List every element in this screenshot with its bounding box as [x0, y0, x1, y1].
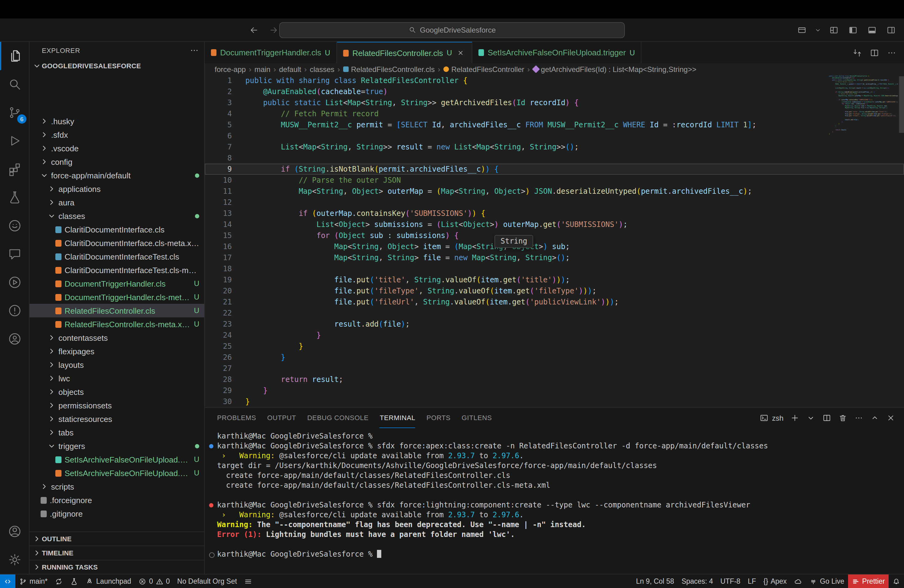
code-line[interactable]: 7 List<Map<String, String>> result = new…: [205, 141, 904, 153]
status-eol[interactable]: LF: [744, 574, 760, 588]
tree-item[interactable]: .vscode: [30, 141, 204, 155]
toggle-primary-sidebar-icon[interactable]: [846, 23, 860, 36]
activity-testing-button[interactable]: [0, 183, 30, 212]
status-go-live[interactable]: Go Live: [806, 574, 848, 588]
activity-replay-debugger-button[interactable]: [0, 268, 30, 296]
status-remote-indicator[interactable]: [0, 574, 15, 588]
breadcrumb-item[interactable]: getArchivedFiles(Id) : List<Map<String,S…: [533, 65, 697, 74]
terminal[interactable]: karthik@Mac GoogleDriveSalesforce %karth…: [205, 428, 904, 574]
tree-item[interactable]: .husky: [30, 114, 204, 128]
tree-item[interactable]: classes: [30, 209, 204, 223]
code-line[interactable]: 17 Map<String, String> file = new Map<St…: [205, 252, 904, 263]
panel-tab-problems[interactable]: PROBLEMS: [217, 408, 256, 428]
code-line[interactable]: 14 List<Object> submissions = (List<Obje…: [205, 219, 904, 230]
panel-tab-output[interactable]: OUTPUT: [267, 408, 296, 428]
code-line[interactable]: 13 if (outerMap.containsKey('SUBMISSIONS…: [205, 208, 904, 219]
close-panel-button[interactable]: [886, 413, 895, 422]
code-line[interactable]: 20 file.put('fileType', String.valueOf(i…: [205, 285, 904, 296]
code-line[interactable]: 6: [205, 130, 904, 141]
tree-item[interactable]: ClaritiDocumentInterface.cls-meta.xml: [30, 236, 204, 250]
status-problems[interactable]: 00: [135, 574, 174, 588]
tab[interactable]: DocumentTriggerHandler.clsU: [205, 42, 337, 63]
command-decoration-icon[interactable]: [209, 552, 215, 558]
tree-item[interactable]: .gitignore: [30, 507, 204, 520]
status-apex-tests[interactable]: [67, 574, 82, 588]
close-icon[interactable]: [456, 48, 466, 58]
tree-item[interactable]: DocumentTriggerHandler.clsU: [30, 277, 204, 290]
status-default-org[interactable]: No Default Org Set: [174, 574, 240, 588]
toggle-secondary-sidebar-icon[interactable]: [884, 23, 898, 36]
code-line[interactable]: 25 }: [205, 341, 904, 352]
activity-settings-button[interactable]: [0, 545, 30, 574]
activity-einstein-button[interactable]: [0, 212, 30, 240]
code-line[interactable]: 30}: [205, 396, 904, 407]
code-line[interactable]: 2 @AuraEnabled(cacheable=true): [205, 86, 904, 97]
toggle-panel-icon[interactable]: [865, 23, 879, 36]
new-terminal-button[interactable]: [790, 413, 800, 422]
tree-item[interactable]: staticresources: [30, 412, 204, 426]
project-root-header[interactable]: GOOGLEDRIVESALESFORCE: [30, 59, 204, 73]
breadcrumb-item[interactable]: main: [254, 65, 270, 74]
status-encoding[interactable]: UTF-8: [717, 574, 744, 588]
code-line[interactable]: 9 if (String.isNotBlank(permit.archivedF…: [205, 164, 904, 175]
code-line[interactable]: 27: [205, 363, 904, 374]
activity-run-debug-button[interactable]: [0, 127, 30, 155]
code-line[interactable]: 16 Map<String, Object> item = (Map<Strin…: [205, 241, 904, 252]
tree-item[interactable]: ClaritiDocumentInterfaceTest.cls-meta.xm…: [30, 263, 204, 277]
compare-changes-button[interactable]: [852, 47, 862, 57]
tree-item[interactable]: force-app/main/default: [30, 169, 204, 182]
more-actions-icon[interactable]: [190, 46, 199, 55]
tree-item[interactable]: RelatedFilesController.clsU: [30, 304, 204, 318]
command-decoration-icon[interactable]: [209, 444, 213, 448]
sidebar-section-running-tasks[interactable]: RUNNING TASKS: [30, 560, 204, 574]
tree-item[interactable]: objects: [30, 385, 204, 398]
command-center-search[interactable]: GoogleDriveSalesforce: [279, 22, 625, 38]
editor-more-actions[interactable]: [887, 47, 897, 57]
code-line[interactable]: 21 file.put('fileUrl', String.valueOf(it…: [205, 296, 904, 308]
tab[interactable]: SetIsArchiveFalseOnFileUpload.triggerU: [472, 42, 642, 63]
customize-layout-icon[interactable]: [827, 23, 841, 36]
split-terminal-button[interactable]: [822, 413, 831, 422]
tab[interactable]: RelatedFilesController.clsU: [337, 42, 472, 63]
tree-item[interactable]: aura: [30, 196, 204, 209]
status-language-mode[interactable]: {}Apex: [760, 574, 790, 588]
code-line[interactable]: 10 // Parse the outer JSON: [205, 175, 904, 186]
split-editor-button[interactable]: [869, 47, 879, 57]
tree-item[interactable]: DocumentTriggerHandler.cls-meta.xmlU: [30, 290, 204, 304]
forward-icon[interactable]: [267, 23, 280, 36]
code-line[interactable]: 15 for (Object sub : submissions) {: [205, 230, 904, 241]
command-decoration-icon[interactable]: [209, 503, 213, 507]
breadcrumb-item[interactable]: RelatedFilesController.cls: [343, 65, 435, 74]
status-notifications[interactable]: [889, 574, 904, 588]
breadcrumb-item[interactable]: classes: [310, 65, 335, 74]
status-indentation[interactable]: Spaces: 4: [678, 574, 716, 588]
tree-item[interactable]: .sfdx: [30, 128, 204, 141]
tree-item[interactable]: permissionsets: [30, 398, 204, 412]
tree-item[interactable]: flexipages: [30, 345, 204, 358]
tree-item[interactable]: config: [30, 155, 204, 169]
tree-item[interactable]: lwc: [30, 371, 204, 385]
code-line[interactable]: 23 result.add(file);: [205, 319, 904, 330]
kill-terminal-button[interactable]: [838, 413, 847, 422]
terminal-shell-selector[interactable]: zsh: [760, 413, 784, 422]
code-line[interactable]: 3 public static List<Map<String, String>…: [205, 97, 904, 108]
tree-item[interactable]: ClaritiDocumentInterface.cls: [30, 223, 204, 236]
chevron-down-icon[interactable]: [814, 23, 822, 36]
tree-item[interactable]: .forceignore: [30, 493, 204, 507]
code-line[interactable]: 26 }: [205, 352, 904, 363]
editor-scrollbar[interactable]: [899, 76, 904, 133]
tree-item[interactable]: SetIsArchiveFalseOnFileUpload.trigger-me…: [30, 466, 204, 480]
maximize-panel-button[interactable]: [870, 413, 879, 422]
code-line[interactable]: 18: [205, 263, 904, 274]
code-line[interactable]: 24 }: [205, 330, 904, 341]
panel-tab-ports[interactable]: PORTS: [427, 408, 450, 428]
status-prettier[interactable]: Prettier: [848, 574, 889, 588]
code-line[interactable]: 11 Map<String, Object> outerMap = (Map<S…: [205, 186, 904, 197]
sidebar-section-timeline[interactable]: TIMELINE: [30, 545, 204, 560]
status-git-branch[interactable]: main*: [15, 574, 51, 588]
tree-item[interactable]: RelatedFilesController.cls-meta.xmlU: [30, 318, 204, 331]
breadcrumb-item[interactable]: RelatedFilesController: [443, 65, 524, 74]
activity-accounts-button[interactable]: [0, 517, 30, 545]
tree-item[interactable]: ClaritiDocumentInterfaceTest.cls: [30, 250, 204, 263]
back-icon[interactable]: [247, 23, 261, 36]
